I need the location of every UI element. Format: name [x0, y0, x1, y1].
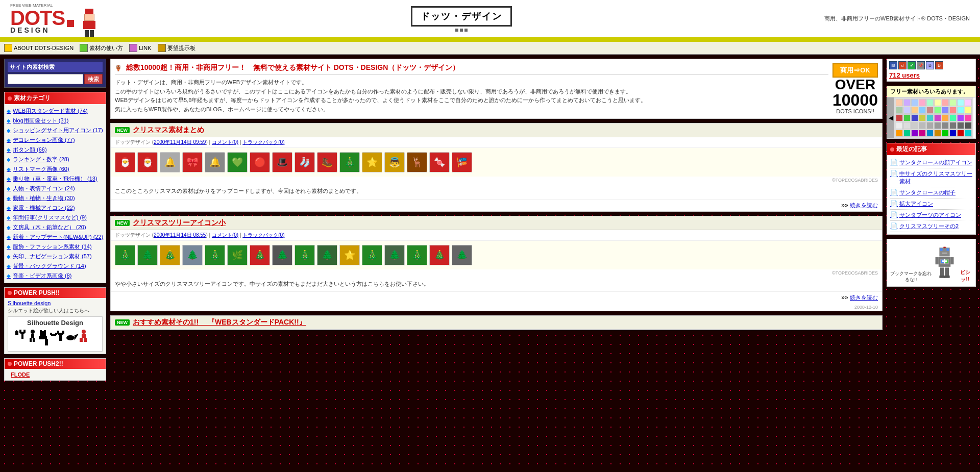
- push1-link[interactable]: Silhouette design: [8, 300, 103, 306]
- flode-link[interactable]: FLODE: [8, 370, 33, 379]
- recent-item-0[interactable]: 📄 サンタクロースの顔アイコン: [890, 157, 972, 168]
- cat-item-3[interactable]: ◆デコレーション画像 (77): [7, 135, 104, 145]
- cat-item-2[interactable]: ◆ショッピングサイト用アイコン (17): [7, 126, 104, 135]
- svg-rect-43: [944, 276, 950, 278]
- christmas-icon-13: 🦌: [407, 152, 427, 172]
- push1-desc: シルエット絵が欲しい人はこちらへ: [8, 307, 103, 314]
- search-box: サイト内素材検索 検索: [4, 59, 106, 88]
- mat-49: [965, 130, 972, 137]
- logo-main: FREE WEB MATERIAL DOTS DESIGN: [10, 3, 74, 34]
- bm-icon-1[interactable]: d: [898, 61, 906, 69]
- christmas-icon-9: 🥾: [317, 152, 337, 172]
- bm-icon-2[interactable]: ✔: [908, 61, 916, 69]
- over-label: OVER: [832, 78, 878, 92]
- section-dot: [8, 96, 12, 101]
- article-title-2[interactable]: おすすめ素材その1!! 『WEBスタンダードPACK!!』: [133, 318, 306, 327]
- article-trackback-1[interactable]: トラックバック(0): [242, 232, 284, 238]
- cat-item-7[interactable]: ◆乗り物（車・電車・飛行機） (13): [7, 174, 104, 184]
- recent-item-4[interactable]: 📄 サンタブーツのアイコン: [890, 210, 972, 221]
- cat-diamond-12: ◆: [7, 225, 11, 230]
- nav-link[interactable]: LINK: [129, 44, 151, 52]
- cat-item-1[interactable]: ◆blog用画像セット (31): [7, 116, 104, 126]
- recent-item-1[interactable]: 📄 中サイズのクリスマスツリー素材: [890, 168, 972, 187]
- cat-diamond-3: ◆: [7, 137, 11, 143]
- article-title-1[interactable]: クリスマスツリーアイコン小: [133, 218, 226, 228]
- article-date-0[interactable]: 2000年11月14日 09:59: [154, 139, 206, 145]
- recent-item-3[interactable]: 📄 拡大アイコン: [890, 198, 972, 210]
- svg-rect-30: [947, 249, 949, 251]
- cat-label-16: 背景・バックグラウンド (14): [13, 262, 86, 270]
- content-area: 🏺 総数10000超！商用・非商用フリー！ 無料で使える素材サイト DOTS・D…: [106, 59, 887, 381]
- cat-item-10[interactable]: ◆家電・機械アイコン (22): [7, 203, 104, 213]
- new-badge-2: NEW: [115, 319, 130, 326]
- cat-diamond-6: ◆: [7, 166, 11, 172]
- recent-articles: 最近の記事 📄 サンタクロースの顔アイコン 📄 中サイズのクリスマスツリー素材 …: [887, 143, 976, 235]
- mat-45: [934, 130, 941, 137]
- dot3: [464, 29, 468, 32]
- svg-rect-42: [940, 276, 945, 278]
- users-count[interactable]: 712 users: [889, 71, 920, 79]
- robot-inner: ブックマークを忘れるな!!: [890, 242, 972, 283]
- material-prev[interactable]: ◀: [887, 97, 894, 138]
- mat-36: [942, 122, 949, 129]
- nav-about-icon: [4, 44, 12, 52]
- cat-item-13[interactable]: ◆新着・アップデート(NEW&UP) (22): [7, 232, 104, 242]
- bm-icon-3[interactable]: 📌: [917, 61, 925, 69]
- mat-41: [903, 130, 911, 137]
- nav-about-label: ABOUT DOTS-DESIGN: [14, 45, 74, 51]
- article-date-1[interactable]: 2000年11月14日 08:55: [154, 232, 206, 238]
- svg-rect-45: [944, 259, 945, 263]
- recent-item-2[interactable]: 📄 サンタクロースの帽子: [890, 187, 972, 198]
- bm-icon-5[interactable]: B: [935, 61, 943, 69]
- cat-item-9[interactable]: ◆動物・植物・生き物 (30): [7, 193, 104, 203]
- mat-34: [926, 122, 934, 129]
- cat-item-17[interactable]: ◆音楽・ビデオ系画像 (8): [7, 271, 104, 281]
- nav-link-icon: [129, 44, 137, 52]
- nav-request[interactable]: 要望提示板: [158, 44, 195, 52]
- svg-point-6: [31, 330, 35, 334]
- readmore-link-1[interactable]: 続きを読む: [850, 294, 878, 301]
- cat-item-12[interactable]: ◆文房具（木・鉛筆など） (20): [7, 222, 104, 232]
- cat-item-6[interactable]: ◆リストマーク画像 (60): [7, 164, 104, 174]
- cat-item-0[interactable]: ◆WEB用スタンダード素材 (74): [7, 106, 104, 116]
- svg-rect-5: [23, 330, 26, 333]
- dot2: [460, 29, 463, 32]
- christmas-icon-1: 🎅: [137, 152, 158, 172]
- cat-label-8: 人物・表情アイコン (24): [13, 185, 75, 192]
- ok-label: 商用⇒OK: [832, 63, 878, 78]
- dot1: [455, 29, 458, 32]
- article-comment-0[interactable]: コメント(0): [212, 139, 238, 145]
- mat-31: [903, 122, 911, 129]
- svg-rect-14: [45, 339, 48, 345]
- logo-design: DESIGN: [10, 26, 50, 34]
- christmas-icon-4: 🔔: [205, 152, 225, 172]
- cat-item-8[interactable]: ◆人物・表情アイコン (24): [7, 184, 104, 193]
- cat-diamond-1: ◆: [7, 118, 11, 123]
- cat-item-15[interactable]: ◆矢印、ナビゲーション素材 (57): [7, 252, 104, 261]
- article-comment-1[interactable]: コメント(0): [212, 232, 238, 238]
- recent-item-5[interactable]: 📄 クリスマスツリーその2: [890, 221, 972, 232]
- cat-diamond-10: ◆: [7, 205, 11, 211]
- cat-item-5[interactable]: ◆ランキング・数字 (28): [7, 155, 104, 164]
- cat-item-4[interactable]: ◆ボタン類 (66): [7, 145, 104, 155]
- search-input[interactable]: [8, 74, 83, 84]
- readmore-link-0[interactable]: 続きを読む: [850, 202, 878, 208]
- nav-about[interactable]: ABOUT DOTS-DESIGN: [4, 44, 74, 52]
- article-title-0[interactable]: クリスマス素材まとめ: [133, 126, 204, 135]
- cat-item-16[interactable]: ◆背景・バックグラウンド (14): [7, 261, 104, 271]
- cat-item-11[interactable]: ◆年間行事(クリスマスなど) (9): [7, 213, 104, 222]
- intro-para-0: ドット・デザインは、商用・非商用フリーのWEBデザイン素材サイトです。: [115, 78, 828, 87]
- mat-28: [957, 114, 964, 121]
- search-button[interactable]: 検索: [84, 74, 103, 84]
- silhouette-title: Silhouette Design: [10, 319, 100, 327]
- svg-rect-26: [80, 338, 83, 342]
- bm-icon-0[interactable]: B!: [889, 61, 897, 69]
- nav-howto[interactable]: 素材の使い方: [80, 44, 123, 52]
- bookmark-note-text: ブックマークを忘れるな!!: [890, 270, 932, 283]
- cat-item-14[interactable]: ◆服飾・ファッション系素材 (14): [7, 242, 104, 252]
- article-trackback-0[interactable]: トラックバック(0): [242, 139, 284, 145]
- category-section: 素材カテゴリ ◆WEB用スタンダード素材 (74) ◆blog用画像セット (3…: [4, 92, 106, 283]
- bm-icon-4[interactable]: B: [926, 61, 934, 69]
- svg-rect-20: [57, 331, 59, 334]
- intro-title: 🏺 総数10000超！商用・非商用フリー！ 無料で使える素材サイト DOTS・D…: [115, 63, 828, 75]
